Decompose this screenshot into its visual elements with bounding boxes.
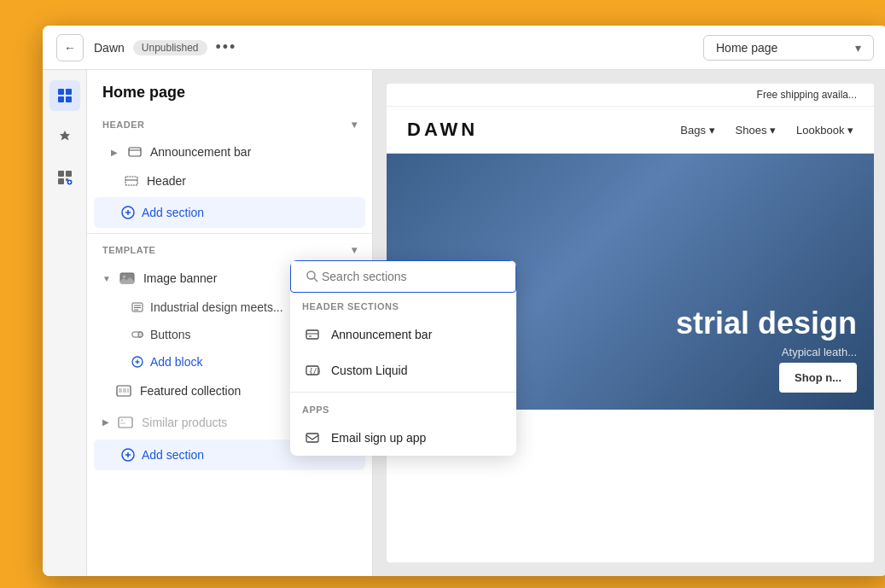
search-sections-input[interactable] [290, 260, 516, 293]
popup-email-label: Email sign up app [331, 431, 426, 445]
preview-hero-button: Shop n... [779, 363, 857, 393]
plus-circle-icon [121, 206, 135, 219]
buttons-icon [131, 329, 143, 341]
similar-expand-icon: ▶ [102, 417, 109, 427]
preview-nav-lookbook: Lookbook ▾ [796, 124, 853, 137]
page-dropdown[interactable]: Home page ▾ [703, 35, 874, 61]
search-popup: HEADER SECTIONS Announcement bar {/} Cus… [290, 260, 516, 456]
preview-nav-shoes: Shoes ▾ [736, 124, 776, 137]
popup-custom-liquid[interactable]: {/} Custom Liquid [290, 352, 516, 388]
svg-rect-4 [58, 171, 64, 177]
announcement-bar-icon [128, 145, 142, 159]
theme-icon [57, 129, 73, 144]
svg-rect-13 [125, 177, 137, 185]
preview-nav: DAWN Bags ▾ Shoes ▾ Lookbook ▾ [387, 107, 874, 154]
preview-hero-sub: Atypical leath... [676, 346, 857, 358]
header-icon [125, 174, 138, 188]
svg-rect-1 [66, 89, 72, 95]
popup-announcement-label: Announcement bar [331, 328, 432, 341]
header-group-header: HEADER ▾ [87, 112, 372, 137]
template-chevron-icon[interactable]: ▾ [352, 244, 358, 256]
svg-point-20 [123, 276, 125, 278]
panel-title: Home page [87, 70, 372, 112]
svg-rect-34 [119, 417, 132, 428]
topbar: ← Dawn Unpublished ••• Home page ▾ [43, 26, 885, 70]
add-block-label: Add block [150, 355, 202, 369]
status-badge: Unpublished [133, 40, 207, 55]
announcement-bar-item[interactable]: ▶ Announcement bar [87, 137, 372, 166]
preview-announcement: Free shipping availa... [387, 84, 874, 107]
popup-email-icon [302, 428, 323, 448]
svg-rect-0 [58, 89, 64, 95]
svg-rect-49 [306, 434, 318, 442]
icons-sidebar [43, 70, 87, 576]
popup-divider [290, 392, 516, 393]
svg-rect-31 [119, 388, 122, 393]
popup-email-signup[interactable]: Email sign up app [290, 420, 516, 456]
announcement-bar-label: Announcement bar [150, 145, 251, 159]
sections-icon [57, 88, 73, 103]
search-input-container [290, 260, 516, 293]
sections-icon-btn[interactable] [49, 80, 80, 111]
similar-products-label: Similar products [142, 416, 227, 429]
preview-nav-bags: Bags ▾ [680, 124, 714, 137]
theme-icon-btn[interactable] [49, 121, 80, 152]
svg-rect-44 [306, 330, 318, 339]
add-section-template-label: Add section [142, 448, 204, 462]
add-section-label: Add section [142, 206, 204, 219]
text-icon [131, 301, 143, 313]
popup-announcement-icon [302, 324, 323, 345]
apps-label: APPS [290, 396, 516, 420]
svg-point-35 [121, 419, 123, 421]
featured-collection-label: Featured collection [140, 384, 241, 398]
image-banner-label: Image banner [143, 271, 217, 285]
add-block-icon [131, 356, 143, 368]
template-group-header: TEMPLATE ▾ [87, 237, 372, 263]
svg-rect-2 [58, 96, 64, 102]
preview-logo: DAWN [407, 119, 478, 141]
header-chevron-icon[interactable]: ▾ [352, 119, 358, 131]
header-label: Header [147, 174, 186, 188]
similar-products-icon [118, 415, 133, 430]
svg-rect-5 [66, 171, 72, 177]
svg-rect-11 [129, 148, 141, 156]
svg-rect-6 [58, 178, 64, 184]
dropdown-arrow-icon: ▾ [855, 41, 861, 55]
header-item[interactable]: Header [87, 166, 372, 195]
svg-rect-32 [123, 388, 126, 393]
popup-custom-liquid-label: Custom Liquid [331, 364, 408, 377]
popup-announcement-bar[interactable]: Announcement bar [290, 317, 516, 352]
featured-collection-icon [116, 383, 131, 399]
plus-circle-template-icon [121, 448, 135, 462]
divider [87, 233, 372, 234]
more-options-button[interactable]: ••• [216, 38, 237, 56]
apps-icon-btn[interactable] [49, 162, 80, 193]
svg-rect-3 [66, 96, 72, 102]
svg-text:{/}: {/} [309, 368, 320, 376]
theme-name: Dawn [94, 41, 125, 55]
preview-hero-title: strial design [676, 306, 857, 341]
industrial-design-label: Industrial design meets... [150, 300, 283, 314]
search-popup-icon [306, 270, 319, 283]
svg-line-43 [314, 278, 317, 282]
buttons-label: Buttons [150, 328, 190, 341]
image-banner-icon [119, 271, 135, 286]
image-banner-expand-icon: ▼ [102, 274, 111, 283]
apps-icon [57, 170, 73, 185]
back-button[interactable]: ← [56, 34, 84, 61]
svg-point-42 [307, 271, 315, 279]
preview-hero-text: strial design Atypical leath... [676, 306, 874, 358]
svg-rect-26 [138, 332, 143, 337]
expand-arrow-icon: ▶ [111, 148, 118, 157]
add-section-button[interactable]: Add section [94, 197, 365, 228]
popup-custom-liquid-icon: {/} [302, 360, 323, 381]
header-sections-label: HEADER SECTIONS [290, 293, 516, 317]
svg-rect-33 [127, 388, 129, 393]
